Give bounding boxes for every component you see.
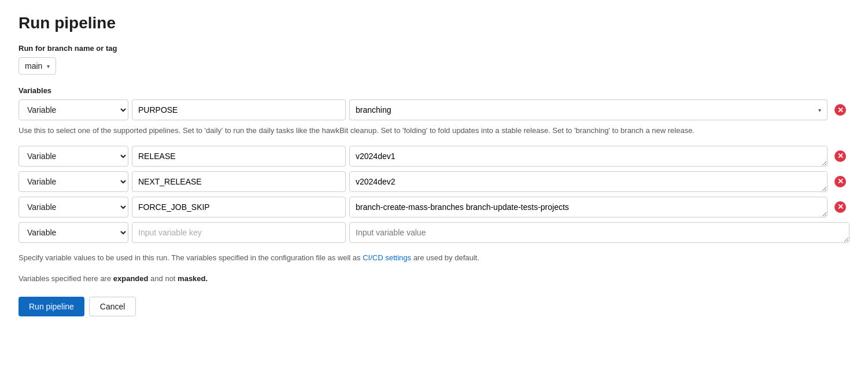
variable-value-chevron-purpose[interactable]: ▾	[812, 99, 828, 120]
variable-row-purpose: Variable File ▾ ✕	[19, 99, 849, 120]
variable-type-select-release[interactable]: Variable File	[19, 146, 128, 167]
purpose-hint: Use this to select one of the supported …	[19, 125, 849, 137]
variable-row-next-release: Variable File v2024dev2 ✕	[19, 171, 849, 192]
remove-icon-purpose: ✕	[834, 104, 846, 116]
variable-key-input-force-job-skip[interactable]	[132, 197, 346, 217]
variable-type-select-force-job-skip[interactable]: Variable File	[19, 197, 128, 217]
variable-key-input-next-release[interactable]	[132, 171, 346, 192]
footer-line2-mid: and not	[148, 274, 178, 283]
chevron-down-icon: ▾	[47, 63, 50, 69]
branch-dropdown[interactable]: main ▾	[19, 57, 56, 75]
actions-bar: Run pipeline Cancel	[19, 297, 849, 316]
remove-icon-release: ✕	[834, 150, 846, 162]
variable-value-input-release[interactable]: v2024dev1	[349, 146, 828, 167]
branch-section: Run for branch name or tag main ▾	[19, 44, 849, 86]
remove-button-purpose[interactable]: ✕	[831, 99, 849, 120]
page-title: Run pipeline	[19, 14, 849, 32]
footer-line1-before: Specify variable values to be used in th…	[19, 253, 363, 262]
remove-icon-force-job-skip: ✕	[834, 201, 846, 213]
footer-masked-bold: masked.	[178, 274, 208, 283]
footer-line1: Specify variable values to be used in th…	[19, 252, 849, 264]
footer-expanded-bold: expanded	[113, 274, 149, 283]
variable-row-empty: Variable File	[19, 222, 849, 243]
run-pipeline-button[interactable]: Run pipeline	[19, 297, 84, 316]
branch-selected-value: main	[25, 61, 42, 71]
cancel-button[interactable]: Cancel	[89, 297, 136, 316]
variable-value-input-purpose[interactable]	[349, 99, 812, 120]
variable-key-input-release[interactable]	[132, 146, 346, 167]
variable-row-release: Variable File v2024dev1 ✕	[19, 146, 849, 167]
variable-value-dropdown-purpose: ▾	[349, 99, 828, 120]
variable-type-select-empty[interactable]: Variable File	[19, 222, 128, 243]
remove-button-force-job-skip[interactable]: ✕	[831, 197, 849, 217]
variable-type-select-next-release[interactable]: Variable File	[19, 171, 128, 192]
variables-label: Variables	[19, 86, 849, 95]
branch-label: Run for branch name or tag	[19, 44, 849, 53]
cicd-settings-link[interactable]: CI/CD settings	[363, 253, 411, 262]
variable-key-input-empty[interactable]	[132, 222, 346, 243]
remove-button-release[interactable]: ✕	[831, 146, 849, 167]
remove-icon-next-release: ✕	[834, 176, 846, 187]
variable-value-input-empty[interactable]	[349, 222, 849, 243]
variable-key-input-purpose[interactable]	[132, 99, 346, 120]
variables-section: Variables Variable File ▾ ✕ Use this to …	[19, 86, 849, 243]
footer-line1-after: are used by default.	[411, 253, 479, 262]
variable-value-input-force-job-skip[interactable]: branch-create-mass-branches branch-updat…	[349, 197, 828, 217]
variable-type-select-purpose[interactable]: Variable File	[19, 99, 128, 120]
variable-row-force-job-skip: Variable File branch-create-mass-branche…	[19, 197, 849, 217]
remove-button-next-release[interactable]: ✕	[831, 171, 849, 192]
variable-value-input-next-release[interactable]: v2024dev2	[349, 171, 828, 192]
footer-line2-pre: Variables specified here are	[19, 274, 113, 283]
footer-line2: Variables specified here are expanded an…	[19, 273, 849, 285]
